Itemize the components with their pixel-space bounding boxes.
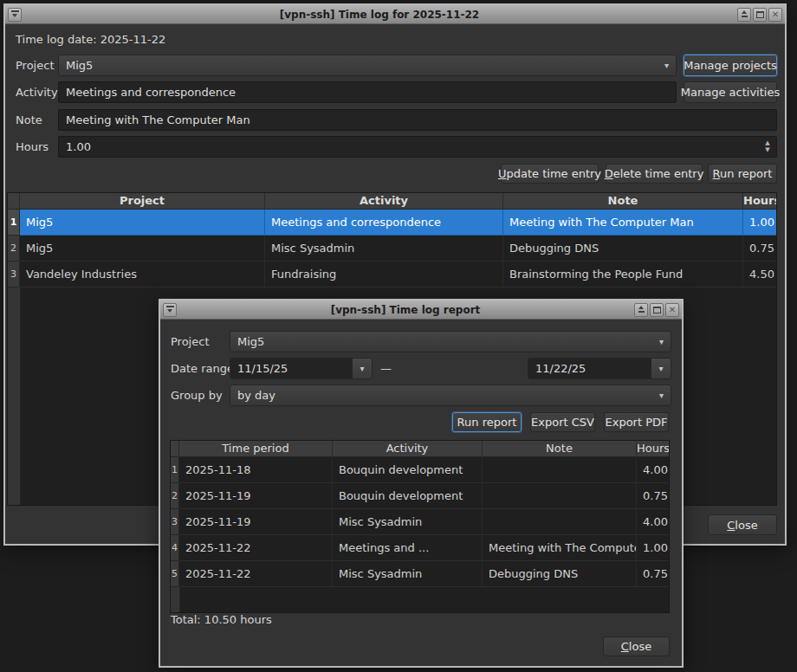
table-cell: Vandeley Industries [20,262,265,288]
chevron-down-icon: ▾ [659,338,664,346]
table-cell: 2025-11-22 [179,561,333,587]
shade-icon[interactable] [737,8,751,22]
row-number: 2 [171,483,179,509]
table-cell: 4.00 [637,509,669,535]
date-range-separator: — [380,358,392,379]
export-csv-button[interactable]: Export CSV [530,412,595,432]
table-cell: 2025-11-19 [179,483,333,509]
manage-activities-button[interactable]: Manage activities [684,81,777,103]
table-cell: 2025-11-18 [179,457,333,483]
table-cell: Meeting with The Computer Man [503,210,743,236]
table-empty-area [171,587,669,612]
report-table: Time periodActivityNoteHours 12025-11-18… [170,440,670,613]
table-cell: Meeting with The Computer... [483,535,637,561]
table-header-row: ProjectActivityNoteHours [8,193,776,210]
report-window-content: Project Mig5 ▾ Date range 11/15/25 ▾ — 1… [160,320,682,666]
table-cell [483,509,637,535]
table-row[interactable]: 2Mig5Misc SysadminDebugging DNS0.75 [8,236,776,262]
column-header[interactable]: Note [483,441,637,457]
close-icon[interactable]: ✕ [665,303,679,317]
table-cell [483,457,637,483]
delete-time-entry-button[interactable]: Delete time entry [606,164,703,184]
table-cell: 0.75 [637,561,669,587]
table-row[interactable]: 3Vandeley IndustriesFundraisingBrainstor… [8,262,776,288]
row-number: 4 [171,535,179,561]
table-cell: Debugging DNS [483,561,637,587]
row-number: 5 [171,561,179,587]
calendar-dropdown-icon[interactable]: ▾ [352,359,372,378]
main-window-titlebar[interactable]: [vpn-ssh] Time log for 2025-11-22 ✕ [5,5,785,24]
table-row[interactable]: 1Mig5Meetings and correspondenceMeeting … [8,210,776,236]
table-cell: 4.00 [637,457,669,483]
hours-spinner: ▲ ▼ [58,136,777,158]
table-cell: Misc Sysadmin [265,236,503,262]
group-by-label: Group by [171,384,223,406]
group-by-combobox[interactable]: by day ▾ [230,384,671,406]
table-cell: Bouquin development [333,457,483,483]
column-header[interactable]: Activity [265,193,503,210]
table-row[interactable]: 42025-11-22Meetings and ...Meeting with … [171,535,669,561]
column-header[interactable]: Project [20,193,265,210]
spin-down-icon[interactable]: ▼ [765,147,769,153]
main-close-button[interactable]: Close [708,514,777,535]
activity-input[interactable] [58,81,677,103]
table-cell: 2025-11-22 [179,535,333,561]
date-range-label: Date range [171,358,234,379]
window-menu-icon[interactable] [163,303,177,317]
report-window-title: [vpn-ssh] Time log report [178,304,632,316]
maximize-icon[interactable] [650,303,664,317]
table-cell: 0.75 [637,483,669,509]
export-pdf-button[interactable]: Export PDF [604,412,669,432]
manage-projects-button[interactable]: Manage projects [684,55,777,76]
table-cell: Mig5 [20,236,265,262]
table-cell: Mig5 [20,210,265,236]
shade-icon[interactable] [634,303,648,317]
table-cell: Fundraising [265,262,503,288]
header-gutter [171,441,179,457]
table-cell: Bouquin development [333,483,483,509]
total-hours-label: Total: 10.50 hours [171,611,272,629]
update-time-entry-button[interactable]: Update time entry [501,164,599,184]
date-start-picker[interactable]: 11/15/25 ▾ [230,358,373,379]
hours-input[interactable] [58,136,777,158]
column-header[interactable]: Note [503,193,743,210]
window-menu-icon[interactable] [8,8,22,22]
table-row[interactable]: 22025-11-19Bouquin development0.75 [171,483,669,509]
spin-buttons[interactable]: ▲ ▼ [761,138,774,156]
table-cell: 2025-11-19 [179,509,333,535]
report-window-titlebar[interactable]: [vpn-ssh] Time log report ✕ [160,300,682,320]
maximize-icon[interactable] [753,8,767,22]
time-log-date-label: Time log date: 2025-11-22 [16,32,165,48]
report-project-label: Project [171,331,209,352]
table-header-row: Time periodActivityNoteHours [171,441,669,457]
report-window: [vpn-ssh] Time log report ✕ Project Mig5… [159,299,684,668]
hours-label: Hours [16,136,49,158]
table-cell: Misc Sysadmin [333,561,483,587]
column-header[interactable]: Activity [333,441,483,457]
run-report-button[interactable]: Run report [708,164,777,184]
table-row[interactable]: 32025-11-19Misc Sysadmin4.00 [171,509,669,535]
report-project-combobox[interactable]: Mig5 ▾ [230,331,671,352]
calendar-dropdown-icon[interactable]: ▾ [651,359,671,378]
project-label: Project [16,55,54,76]
project-combobox[interactable]: Mig5 ▾ [58,55,677,76]
table-cell: Debugging DNS [503,236,743,262]
table-row[interactable]: 12025-11-18Bouquin development4.00 [171,457,669,483]
table-cell: 1.00 [743,210,776,236]
main-window-title: [vpn-ssh] Time log for 2025-11-22 [23,9,735,21]
row-number: 1 [171,457,179,483]
close-icon[interactable]: ✕ [768,8,782,22]
table-row[interactable]: 52025-11-22Misc SysadminDebugging DNS0.7… [171,561,669,587]
table-cell: Meetings and ... [333,535,483,561]
column-header[interactable]: Hours [637,441,669,457]
spin-up-icon[interactable]: ▲ [765,140,769,146]
date-end-picker[interactable]: 11/22/25 ▾ [528,358,671,379]
table-cell: Meetings and correspondence [265,210,503,236]
column-header[interactable]: Time period [179,441,333,457]
note-input[interactable] [58,109,777,131]
column-header[interactable]: Hours [743,193,776,210]
note-label: Note [16,109,42,131]
report-run-report-button[interactable]: Run report [452,412,522,432]
activity-label: Activity [16,81,58,103]
report-close-button[interactable]: Close [603,636,670,656]
